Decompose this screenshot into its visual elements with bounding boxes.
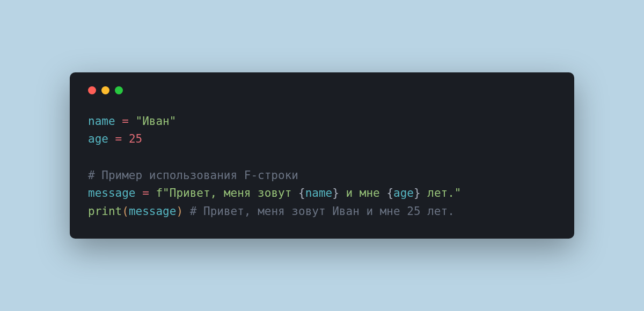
code-token-fprefix: f — [156, 187, 163, 199]
code-token-variable: name — [88, 115, 115, 128]
minimize-icon[interactable] — [101, 86, 109, 94]
code-token-operator: = — [108, 132, 129, 145]
code-token-string: "Иван" — [136, 115, 177, 128]
code-token-string: и мне — [339, 187, 387, 199]
code-token-string: лет." — [421, 187, 462, 199]
code-token-number: 25 — [129, 132, 142, 145]
code-token-operator: = — [136, 187, 156, 199]
code-token-brace: } — [414, 187, 421, 199]
code-token-comment: # Привет, меня зовут Иван и мне 25 лет. — [190, 205, 455, 218]
code-token-paren: ) — [176, 205, 183, 218]
code-token-variable: message — [88, 187, 136, 199]
code-token-brace: { — [298, 187, 305, 199]
window-titlebar — [88, 86, 556, 94]
maximize-icon[interactable] — [115, 86, 123, 94]
code-token-identifier: age — [393, 187, 414, 199]
code-token-variable: age — [88, 132, 108, 145]
code-token-identifier: name — [305, 187, 333, 199]
code-token-operator: = — [115, 115, 136, 128]
code-token-space — [183, 205, 190, 218]
close-icon[interactable] — [88, 86, 96, 94]
code-token-identifier: message — [129, 205, 177, 218]
code-token-comment: # Пример использования F-строки — [88, 169, 298, 182]
code-token-brace: { — [386, 187, 393, 199]
code-token-function: print — [88, 205, 122, 218]
code-token-brace: } — [332, 187, 339, 199]
code-window: name = "Иван" age = 25 # Пример использо… — [70, 72, 574, 239]
code-token-string: "Привет, меня зовут — [163, 187, 298, 199]
code-token-paren: ( — [122, 205, 129, 218]
code-block: name = "Иван" age = 25 # Пример использо… — [88, 113, 556, 221]
